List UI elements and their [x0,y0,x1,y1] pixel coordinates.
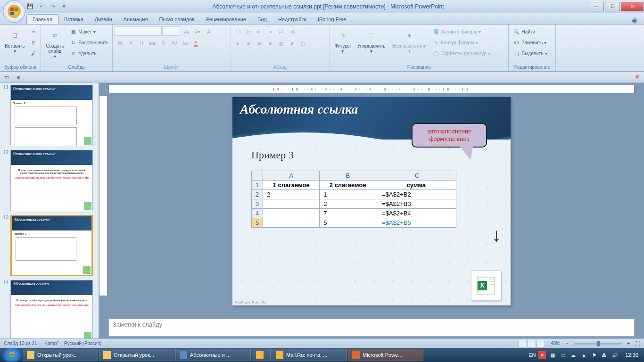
indent-button[interactable]: ⇥ [265,26,275,37]
thumbnail-12[interactable]: 12 Относительная ссылкаПри автозаполнени… [2,150,97,211]
delete-button[interactable]: ✕Удалить [67,48,110,58]
tab-slideshow[interactable]: Показ слайдов [153,15,200,24]
task-item-3[interactable]: Абсолютные и ... [175,349,251,361]
case-button[interactable]: Aa [180,38,190,49]
tab-ispring[interactable]: iSpring Free [312,15,352,24]
tray-icon[interactable]: ☁ [570,351,577,359]
slide-canvas-area[interactable]: Абсолютная ссылка автозаполнение формулы… [99,93,644,317]
minimize-button[interactable]: — [589,2,604,11]
tray-icon[interactable]: ⚑ [590,351,598,359]
tab-review[interactable]: Рецензирование [200,15,252,24]
tab-view[interactable]: Вид [252,15,272,24]
outline-tab-icon[interactable]: ≡ [14,73,23,82]
outdent-button[interactable]: ⇤ [254,26,264,37]
tray-icon[interactable]: ▲ [580,351,587,359]
font-size-input[interactable] [162,26,181,36]
smartart-button[interactable]: ⬚ [297,38,308,49]
start-button[interactable] [2,348,22,362]
tray-icon[interactable]: ✕ [538,351,546,359]
strike-button[interactable]: abc [147,38,157,49]
align-right-button[interactable]: ≡ [254,38,264,49]
decrease-font-button[interactable]: A▾ [192,26,203,37]
sorter-view-button[interactable] [528,340,536,347]
cut-button[interactable]: ✂ [28,26,39,37]
line-spacing-button[interactable]: ‡≡ [276,26,286,37]
tab-addins[interactable]: Надстройки [272,15,312,24]
qat-dropdown-icon[interactable]: ▾ [60,3,68,10]
text-direction-button[interactable]: ↕A [287,26,297,37]
task-item-2[interactable]: Открытый урок... [99,349,174,361]
paste-button[interactable]: 📋 Вставить▾ [2,26,27,55]
zoom-in-button[interactable]: + [627,341,630,346]
redo-icon[interactable]: ↷ [49,3,57,10]
callout-box[interactable]: автозаполнение формулы вниз [412,123,487,148]
bold-button[interactable]: Ж [115,38,125,49]
arrange-button[interactable]: ⬚Упорядочить▾ [355,26,388,55]
shadow-button[interactable]: S [158,38,168,49]
slide-canvas[interactable]: Абсолютная ссылка автозаполнение формулы… [232,97,511,305]
undo-icon[interactable]: ↶ [38,3,45,10]
slide-thumbnail-panel[interactable]: 11 Относительная ссылкаПример 2 12 Относ… [0,83,99,338]
align-left-button[interactable]: ≡ [232,38,243,49]
thumbnail-11[interactable]: 11 Относительная ссылкаПример 2 [2,85,97,146]
quick-styles-button[interactable]: ◉Экспресс-стили▾ [389,26,429,55]
task-item-4[interactable] [252,349,271,361]
slides-tab-icon[interactable]: ▭ [3,73,11,82]
task-item-6[interactable]: Microsoft Powe... [348,349,423,361]
normal-view-button[interactable] [519,340,527,347]
close-button[interactable]: ✕ [621,2,644,11]
numbering-button[interactable]: 1≡ [243,26,254,37]
select-button[interactable]: ⬚Выделить ▾ [511,48,549,58]
format-painter-button[interactable]: 🖌 [28,48,39,58]
zoom-slider[interactable] [574,343,621,345]
shapes-button[interactable]: ◇Фигуры▾ [331,26,353,55]
fit-button[interactable]: ⛶ [636,341,640,346]
spacing-button[interactable]: AV [169,38,179,49]
copy-button[interactable]: ⎘ [28,37,39,48]
tray-network-icon[interactable]: 🖧 [601,351,608,359]
tab-insert[interactable]: Вставка [58,15,89,24]
tray-volume-icon[interactable]: 🔊 [611,351,619,359]
tab-home[interactable]: Главная [26,14,58,24]
layout-button[interactable]: ▦Макет ▾ [67,26,110,37]
status-language[interactable]: Русский (Россия) [64,341,101,346]
justify-button[interactable]: ≡ [265,38,275,49]
excel-table[interactable]: ABC 11 слагаемое2 слагаемоесумма 221=$A$… [251,171,456,228]
office-button[interactable] [3,0,25,23]
thumbnail-14[interactable]: 14 Абсолютная ссылкаИспользуется в форму… [2,280,97,338]
tray-icon[interactable]: ▦ [549,351,556,359]
shape-outline-button[interactable]: ✎Контур фигуры ▾ [430,37,492,48]
italic-button[interactable]: К [125,38,136,49]
zoom-percent[interactable]: 48% [551,341,560,346]
bullets-button[interactable]: ⋮≡ [232,26,243,37]
notes-pane[interactable]: Заметки к слайду [108,319,635,337]
tab-animation[interactable]: Анимация [118,15,154,24]
find-button[interactable]: 🔍Найти [511,26,549,37]
slide-title[interactable]: Абсолютная ссылка [232,97,511,122]
task-item-1[interactable]: Открытый урок... [23,349,98,361]
underline-button[interactable]: Ч [136,38,147,49]
task-item-5[interactable]: Mail.Ru: почта, ... [272,349,347,361]
columns-button[interactable]: ▥ [276,38,286,49]
thumbnail-13[interactable]: 13 Абсолютная ссылкаПример 3 [2,215,97,276]
shape-fill-button[interactable]: 🪣Заливка фигуры ▾ [430,26,492,37]
font-family-input[interactable] [115,26,162,36]
tray-language[interactable]: EN [528,352,536,358]
replace-button[interactable]: abЗаменить ▾ [511,37,549,48]
help-button[interactable]: ◉ [629,16,640,24]
font-color-button[interactable]: A [190,38,201,49]
close-panel-button[interactable]: ✕ [633,73,641,82]
align-center-button[interactable]: ≡ [243,38,254,49]
zoom-out-button[interactable]: − [566,341,569,346]
new-slide-button[interactable]: ▭ Создать слайд▾ [43,26,66,60]
tray-clock[interactable]: 12:30 [621,352,642,358]
tab-design[interactable]: Дизайн [89,15,118,24]
maximize-button[interactable]: ☐ [605,2,620,11]
increase-font-button[interactable]: A▴ [182,26,192,37]
save-icon[interactable]: 💾 [26,3,34,10]
tray-icon[interactable]: ▭ [559,351,567,359]
shape-effects-button[interactable]: ◯Эффекты для фигур ▾ [430,48,492,58]
align-text-button[interactable]: ⇵ [287,38,297,49]
reset-button[interactable]: ↻Восстановить [67,37,110,48]
clear-format-button[interactable]: A̷ [203,26,214,37]
